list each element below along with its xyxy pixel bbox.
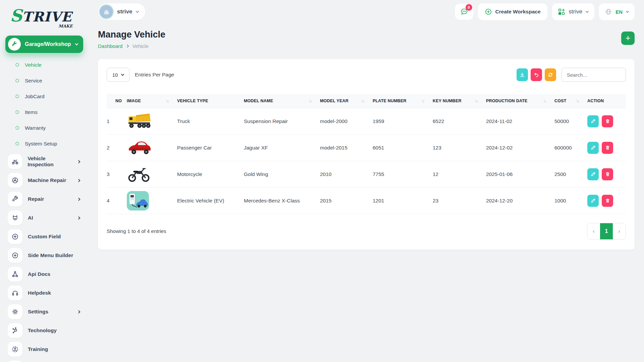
column-header-production-date[interactable]: PRODUCTION DATE↑↓ [486, 94, 554, 108]
column-label: KEY NUMBER [433, 99, 462, 103]
column-header-plate-number[interactable]: PLATE NUMBER↑↓ [373, 94, 433, 108]
edit-button[interactable] [587, 168, 599, 180]
delete-button[interactable] [602, 195, 613, 207]
sort-icon[interactable]: ↑↓ [543, 99, 546, 103]
pagination-next-button[interactable]: › [613, 223, 626, 239]
sidebar-item-technology[interactable]: Technology [0, 321, 89, 340]
sort-icon[interactable]: ↑↓ [422, 99, 424, 103]
sort-icon[interactable]: ↑↓ [166, 99, 168, 103]
sort-icon[interactable]: ↑↓ [309, 99, 311, 103]
workspace-menu[interactable]: strive [552, 3, 595, 20]
chevron-right-icon [126, 45, 129, 48]
column-header-inner: PLATE NUMBER↑↓ [373, 99, 433, 103]
column-header-model-year[interactable]: MODEL YEAR↑↓ [320, 94, 373, 108]
cell-model_name: Suspension Repair [244, 108, 320, 134]
workspace-name: strive [117, 8, 132, 15]
sidebar-item-label: Service [25, 78, 42, 84]
column-header-cost[interactable]: COST↑↓ [554, 94, 587, 108]
sort-icon[interactable]: ↑↓ [362, 99, 364, 103]
delete-button[interactable] [602, 115, 613, 127]
create-workspace-button[interactable]: Create Workspace [478, 3, 547, 20]
sidebar-item-service[interactable]: Service [0, 73, 89, 88]
column-label: PLATE NUMBER [373, 99, 407, 103]
column-header-model-name[interactable]: MODEL NAME↑↓ [244, 94, 320, 108]
search-input[interactable] [561, 68, 626, 82]
table-row: 1TruckSuspension Repairmodel-20001959652… [107, 108, 626, 134]
sidebar-item-repair[interactable]: Repair [0, 190, 89, 208]
sidebar-item-api-docs[interactable]: Api Docs [0, 265, 89, 284]
dashed-circle-icon [15, 79, 19, 82]
sidebar-item-items[interactable]: Items [0, 104, 89, 120]
page-title: Manage Vehicle [98, 29, 165, 40]
title-row: Manage Vehicle Dashboard Vehicle + [98, 27, 635, 49]
chat-button[interactable]: 0 [455, 4, 473, 20]
sidebar-item-side-menu-builder[interactable]: Side Menu Builder [0, 246, 89, 265]
refresh-button[interactable] [545, 68, 556, 81]
dashed-circle-icon [15, 95, 19, 98]
pagination-pages: 1 [600, 223, 613, 239]
breadcrumb-dashboard-link[interactable]: Dashboard [98, 43, 122, 49]
edit-button[interactable] [587, 195, 599, 207]
signal-icon [8, 361, 22, 362]
sidebar-item-label: JobCard [25, 94, 45, 100]
sort-icon[interactable]: ↑↓ [475, 99, 477, 103]
sidebar-item-label: Api Docs [28, 271, 50, 277]
sidebar-item-system-setup[interactable]: System Setup [0, 136, 89, 152]
cell-cost: 50000 [554, 108, 587, 134]
chevron-right-icon [77, 216, 80, 220]
column-header-key-number[interactable]: KEY NUMBER↑↓ [433, 94, 486, 108]
add-vehicle-button[interactable]: + [621, 32, 635, 45]
cell-model_year: 2010 [320, 161, 373, 187]
table-footer: Showing 1 to 4 of 4 entries ‹ 1 › [107, 223, 626, 240]
brand-logo[interactable]: STRIVE MAKE [0, 4, 89, 32]
column-header-inner: IMAGE↑↓ [127, 99, 177, 103]
sidebar-item-vehicle-inspection[interactable]: Vehicle Inspection [0, 152, 89, 171]
sidebar-item-label: AI [28, 215, 33, 221]
sidebar-item-label: Side Menu Builder [28, 252, 73, 258]
chevron-right-icon [77, 179, 80, 182]
sidebar-item-ai[interactable]: AI [0, 208, 89, 227]
chat-badge: 0 [466, 4, 472, 11]
title-block: Manage Vehicle Dashboard Vehicle [98, 27, 165, 49]
language-selector[interactable]: EN [599, 3, 635, 20]
pencil-icon [591, 172, 596, 177]
pagination-prev-button[interactable]: ‹ [587, 223, 600, 239]
edit-button[interactable] [587, 142, 599, 154]
sidebar-item-helpdesk[interactable]: Helpdesk [0, 284, 89, 302]
entries-per-page-select[interactable]: 10 [107, 68, 129, 82]
sidebar-item-jobcard[interactable]: JobCard [0, 88, 89, 104]
cell-production_date: 2024-12-02 [486, 134, 554, 161]
cell-production_date: 2025-01-06 [486, 161, 554, 187]
language-code: EN [615, 9, 623, 15]
wrench-outline-icon [8, 192, 22, 206]
sidebar-item-technology[interactable]: Technology [0, 359, 89, 362]
delete-button[interactable] [602, 168, 613, 180]
download-icon [520, 72, 525, 77]
undo-button[interactable] [531, 68, 542, 81]
cell-model_name: Jaguar XF [244, 134, 320, 161]
column-header-inner: VEHICLE TYPE [177, 99, 244, 103]
workspace-selector[interactable]: strive [98, 3, 145, 20]
create-workspace-label: Create Workspace [495, 9, 541, 15]
export-download-button[interactable] [517, 68, 528, 81]
sort-icon[interactable]: ↑↓ [576, 99, 579, 103]
pagination-page-1[interactable]: 1 [600, 223, 613, 239]
cell-plate_number: 1959 [373, 108, 433, 134]
sidebar-item-warranty[interactable]: Warranty [0, 120, 89, 136]
cell-vehicle_type: Truck [177, 108, 244, 134]
delete-button[interactable] [602, 142, 613, 154]
column-header-image[interactable]: IMAGE↑↓ [127, 94, 177, 108]
cell-key_number: 12 [433, 161, 486, 187]
sidebar-item-machine-repair[interactable]: Machine Repair [0, 171, 89, 190]
cell-key_number: 23 [433, 187, 486, 214]
cell-vehicle_type: Motorcycle [177, 161, 244, 187]
edit-button[interactable] [587, 115, 599, 127]
sidebar-item-custom-field[interactable]: Custom Field [0, 227, 89, 246]
building-icon [100, 5, 113, 18]
sidebar-item-vehicle[interactable]: Vehicle [0, 57, 89, 73]
sidebar-group-garage-workshop[interactable]: Garage/Workshop [5, 36, 83, 53]
sidebar-item-settings[interactable]: Settings [0, 302, 89, 321]
sidebar-item-label: Items [25, 109, 38, 115]
sidebar-item-training[interactable]: Training [0, 340, 89, 359]
sidebar-group-label: Garage/Workshop [25, 41, 71, 47]
